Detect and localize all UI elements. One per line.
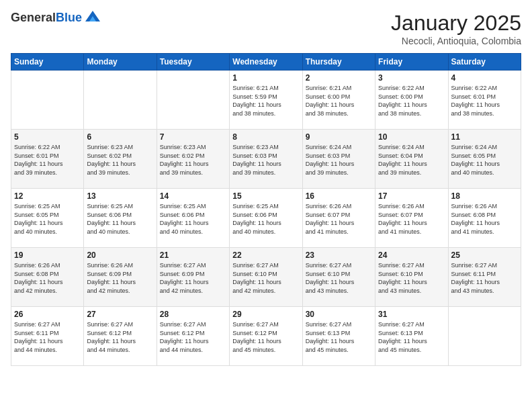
day-cell-30: 30Sunrise: 6:27 AM Sunset: 6:13 PM Dayli…	[302, 307, 375, 366]
empty-cell	[157, 71, 229, 130]
day-info: Sunrise: 6:27 AM Sunset: 6:10 PM Dayligh…	[232, 261, 299, 295]
title-block: January 2025 Necocli, Antioquia, Colombi…	[391, 11, 521, 46]
day-info: Sunrise: 6:22 AM Sunset: 6:01 PM Dayligh…	[14, 143, 81, 177]
day-cell-23: 23Sunrise: 6:27 AM Sunset: 6:10 PM Dayli…	[302, 248, 375, 307]
day-cell-22: 22Sunrise: 6:27 AM Sunset: 6:10 PM Dayli…	[230, 248, 302, 307]
day-number: 9	[306, 132, 372, 142]
day-number: 29	[232, 310, 299, 319]
day-info: Sunrise: 6:25 AM Sunset: 6:05 PM Dayligh…	[14, 202, 81, 236]
logo-blue-text: Blue	[56, 11, 82, 24]
day-number: 28	[160, 310, 226, 319]
day-number: 2	[306, 73, 372, 83]
day-cell-21: 21Sunrise: 6:27 AM Sunset: 6:09 PM Dayli…	[157, 248, 229, 307]
day-number: 19	[14, 250, 81, 260]
day-info: Sunrise: 6:26 AM Sunset: 6:08 PM Dayligh…	[451, 202, 518, 236]
day-number: 23	[306, 250, 372, 260]
weekday-header-monday: Monday	[84, 54, 157, 71]
day-info: Sunrise: 6:22 AM Sunset: 6:01 PM Dayligh…	[451, 84, 518, 118]
day-cell-25: 25Sunrise: 6:27 AM Sunset: 6:11 PM Dayli…	[448, 248, 521, 307]
day-info: Sunrise: 6:23 AM Sunset: 6:02 PM Dayligh…	[160, 143, 226, 177]
day-info: Sunrise: 6:27 AM Sunset: 6:12 PM Dayligh…	[87, 320, 153, 354]
logo-icon	[84, 8, 101, 26]
day-info: Sunrise: 6:27 AM Sunset: 6:13 PM Dayligh…	[306, 320, 372, 354]
day-cell-19: 19Sunrise: 6:26 AM Sunset: 6:08 PM Dayli…	[11, 248, 84, 307]
day-cell-16: 16Sunrise: 6:26 AM Sunset: 6:07 PM Dayli…	[302, 189, 375, 248]
day-cell-29: 29Sunrise: 6:27 AM Sunset: 6:12 PM Dayli…	[230, 307, 302, 366]
day-number: 15	[232, 191, 299, 201]
weekday-header-row: SundayMondayTuesdayWednesdayThursdayFrid…	[11, 54, 521, 71]
day-info: Sunrise: 6:27 AM Sunset: 6:13 PM Dayligh…	[378, 320, 445, 354]
day-number: 14	[160, 191, 226, 201]
day-number: 11	[451, 132, 518, 142]
weekday-header-wednesday: Wednesday	[230, 54, 302, 71]
day-number: 24	[378, 250, 445, 260]
week-row-2: 5Sunrise: 6:22 AM Sunset: 6:01 PM Daylig…	[11, 130, 521, 189]
day-cell-6: 6Sunrise: 6:23 AM Sunset: 6:02 PM Daylig…	[84, 130, 157, 189]
day-cell-14: 14Sunrise: 6:25 AM Sunset: 6:06 PM Dayli…	[157, 189, 229, 248]
day-info: Sunrise: 6:25 AM Sunset: 6:06 PM Dayligh…	[87, 202, 153, 236]
weekday-header-saturday: Saturday	[448, 54, 521, 71]
day-info: Sunrise: 6:24 AM Sunset: 6:03 PM Dayligh…	[306, 143, 372, 177]
day-number: 10	[378, 132, 445, 142]
logo: GeneralBlue	[11, 11, 101, 26]
empty-cell	[448, 307, 521, 366]
day-cell-1: 1Sunrise: 6:21 AM Sunset: 5:59 PM Daylig…	[230, 71, 302, 130]
day-number: 7	[160, 132, 226, 142]
day-cell-24: 24Sunrise: 6:27 AM Sunset: 6:10 PM Dayli…	[375, 248, 448, 307]
day-info: Sunrise: 6:22 AM Sunset: 6:00 PM Dayligh…	[378, 84, 445, 118]
day-cell-10: 10Sunrise: 6:24 AM Sunset: 6:04 PM Dayli…	[375, 130, 448, 189]
day-cell-8: 8Sunrise: 6:23 AM Sunset: 6:03 PM Daylig…	[230, 130, 302, 189]
day-cell-11: 11Sunrise: 6:24 AM Sunset: 6:05 PM Dayli…	[448, 130, 521, 189]
day-number: 1	[232, 73, 299, 83]
day-info: Sunrise: 6:26 AM Sunset: 6:07 PM Dayligh…	[306, 202, 372, 236]
day-cell-27: 27Sunrise: 6:27 AM Sunset: 6:12 PM Dayli…	[84, 307, 157, 366]
day-info: Sunrise: 6:26 AM Sunset: 6:07 PM Dayligh…	[378, 202, 445, 236]
calendar-table: SundayMondayTuesdayWednesdayThursdayFrid…	[11, 53, 521, 366]
empty-cell	[84, 71, 157, 130]
day-info: Sunrise: 6:24 AM Sunset: 6:04 PM Dayligh…	[378, 143, 445, 177]
logo-general-text: General	[11, 11, 56, 24]
day-number: 26	[14, 310, 81, 319]
day-cell-26: 26Sunrise: 6:27 AM Sunset: 6:11 PM Dayli…	[11, 307, 84, 366]
day-cell-13: 13Sunrise: 6:25 AM Sunset: 6:06 PM Dayli…	[84, 189, 157, 248]
day-number: 27	[87, 310, 153, 319]
day-cell-5: 5Sunrise: 6:22 AM Sunset: 6:01 PM Daylig…	[11, 130, 84, 189]
day-number: 3	[378, 73, 445, 83]
location: Necocli, Antioquia, Colombia	[391, 36, 521, 46]
day-number: 13	[87, 191, 153, 201]
day-info: Sunrise: 6:27 AM Sunset: 6:11 PM Dayligh…	[14, 320, 81, 354]
day-cell-18: 18Sunrise: 6:26 AM Sunset: 6:08 PM Dayli…	[448, 189, 521, 248]
day-cell-17: 17Sunrise: 6:26 AM Sunset: 6:07 PM Dayli…	[375, 189, 448, 248]
day-info: Sunrise: 6:23 AM Sunset: 6:02 PM Dayligh…	[87, 143, 153, 177]
day-cell-31: 31Sunrise: 6:27 AM Sunset: 6:13 PM Dayli…	[375, 307, 448, 366]
day-info: Sunrise: 6:27 AM Sunset: 6:10 PM Dayligh…	[306, 261, 372, 295]
day-info: Sunrise: 6:25 AM Sunset: 6:06 PM Dayligh…	[232, 202, 299, 236]
day-number: 20	[87, 250, 153, 260]
day-info: Sunrise: 6:27 AM Sunset: 6:09 PM Dayligh…	[160, 261, 226, 295]
weekday-header-friday: Friday	[375, 54, 448, 71]
day-number: 31	[378, 310, 445, 319]
day-cell-2: 2Sunrise: 6:21 AM Sunset: 6:00 PM Daylig…	[302, 71, 375, 130]
day-info: Sunrise: 6:21 AM Sunset: 5:59 PM Dayligh…	[232, 84, 299, 118]
day-info: Sunrise: 6:27 AM Sunset: 6:11 PM Dayligh…	[451, 261, 518, 295]
day-info: Sunrise: 6:27 AM Sunset: 6:12 PM Dayligh…	[232, 320, 299, 354]
day-cell-3: 3Sunrise: 6:22 AM Sunset: 6:00 PM Daylig…	[375, 71, 448, 130]
week-row-5: 26Sunrise: 6:27 AM Sunset: 6:11 PM Dayli…	[11, 307, 521, 366]
day-cell-7: 7Sunrise: 6:23 AM Sunset: 6:02 PM Daylig…	[157, 130, 229, 189]
week-row-1: 1Sunrise: 6:21 AM Sunset: 5:59 PM Daylig…	[11, 71, 521, 130]
day-number: 16	[306, 191, 372, 201]
day-number: 12	[14, 191, 81, 201]
day-info: Sunrise: 6:26 AM Sunset: 6:09 PM Dayligh…	[87, 261, 153, 295]
day-cell-15: 15Sunrise: 6:25 AM Sunset: 6:06 PM Dayli…	[230, 189, 302, 248]
day-number: 17	[378, 191, 445, 201]
day-info: Sunrise: 6:24 AM Sunset: 6:05 PM Dayligh…	[451, 143, 518, 177]
week-row-4: 19Sunrise: 6:26 AM Sunset: 6:08 PM Dayli…	[11, 248, 521, 307]
empty-cell	[11, 71, 84, 130]
day-cell-4: 4Sunrise: 6:22 AM Sunset: 6:01 PM Daylig…	[448, 71, 521, 130]
header: GeneralBlue January 2025 Necocli, Antioq…	[11, 11, 521, 46]
weekday-header-tuesday: Tuesday	[157, 54, 229, 71]
day-number: 25	[451, 250, 518, 260]
day-number: 4	[451, 73, 518, 83]
day-cell-20: 20Sunrise: 6:26 AM Sunset: 6:09 PM Dayli…	[84, 248, 157, 307]
day-info: Sunrise: 6:27 AM Sunset: 6:12 PM Dayligh…	[160, 320, 226, 354]
